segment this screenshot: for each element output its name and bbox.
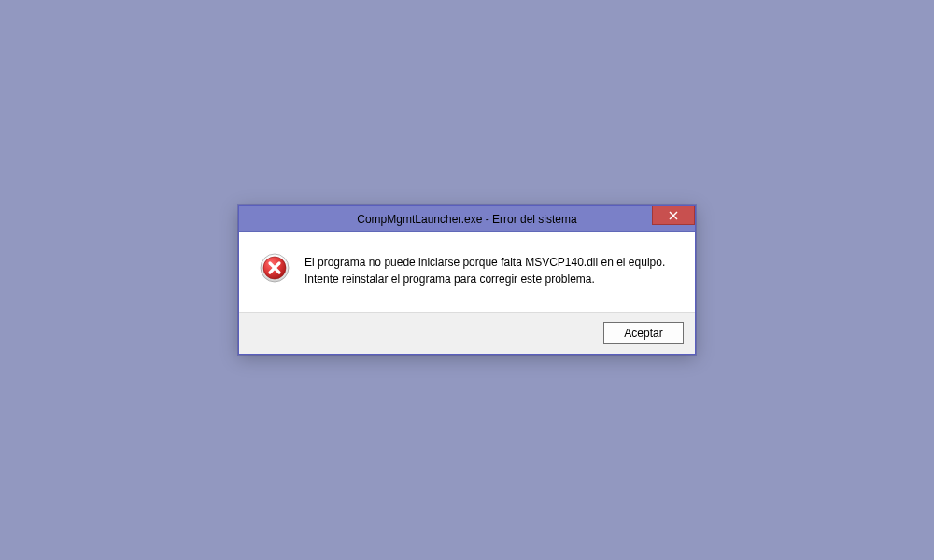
- dialog-body: El programa no puede iniciarse porque fa…: [239, 232, 695, 312]
- close-icon: [669, 211, 678, 220]
- close-button[interactable]: [652, 206, 695, 225]
- error-message-line1: El programa no puede iniciarse porque fa…: [304, 255, 665, 271]
- error-message: El programa no puede iniciarse porque fa…: [304, 253, 665, 287]
- titlebar[interactable]: CompMgmtLauncher.exe - Error del sistema: [239, 206, 695, 232]
- dialog-footer: Aceptar: [239, 312, 695, 354]
- accept-button[interactable]: Aceptar: [603, 322, 684, 344]
- error-dialog: CompMgmtLauncher.exe - Error del sistema: [238, 205, 696, 355]
- dialog-title: CompMgmtLauncher.exe - Error del sistema: [239, 213, 695, 226]
- error-icon: [260, 253, 290, 283]
- error-message-line2: Intente reinstalar el programa para corr…: [304, 272, 665, 287]
